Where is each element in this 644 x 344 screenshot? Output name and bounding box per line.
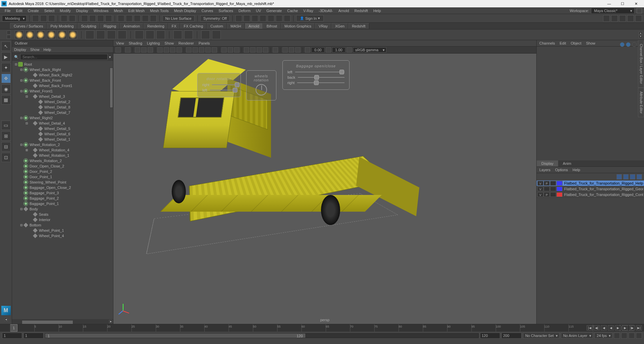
- vp-xray-joints-icon[interactable]: [234, 47, 239, 53]
- tree-item-wheel_detail_8[interactable]: Wheel_Detail_8: [12, 105, 113, 110]
- display-tab-anim[interactable]: Anim: [558, 160, 576, 166]
- range-end-inner[interactable]: [480, 333, 500, 339]
- rp-icon-3[interactable]: [632, 42, 637, 47]
- menu-editmesh[interactable]: Edit Mesh: [125, 9, 147, 13]
- shelf-tab-bifrost[interactable]: Bifrost: [263, 23, 281, 29]
- vp-menu-shading[interactable]: Shading: [129, 41, 142, 45]
- shelf-tab-curvessurfaces[interactable]: Curves / Surfaces: [10, 23, 47, 29]
- vp-gate-mask-icon[interactable]: [176, 47, 182, 53]
- slider-thumb[interactable]: [339, 70, 344, 74]
- menu-generate[interactable]: Generate: [264, 9, 284, 13]
- render-view-icon[interactable]: [284, 15, 290, 22]
- tree-toggle[interactable]: ⊟: [19, 207, 23, 211]
- hud-slider-row[interactable]: left: [202, 88, 236, 92]
- layer-menu-help[interactable]: Help: [573, 168, 580, 172]
- layer-v-toggle[interactable]: V: [537, 187, 543, 191]
- tree-item-body[interactable]: ⊟Body: [12, 206, 113, 212]
- layer-v-toggle[interactable]: V: [537, 192, 543, 197]
- vp-res-gate-icon[interactable]: [170, 47, 175, 53]
- outliner-menu-display[interactable]: Display: [14, 48, 26, 52]
- tree-item-wheel_rotation_2[interactable]: ⊟Wheel_Rotation_2: [12, 142, 113, 147]
- tree-item-wheel_detail_3[interactable]: ⊟Wheel_Detail_3: [12, 94, 113, 99]
- layer-row[interactable]: VPFlatbed_Truck_for_Transportation_Rigge…: [537, 181, 644, 186]
- menu-redshift[interactable]: Redshift: [352, 9, 371, 13]
- layer-v-toggle[interactable]: V: [537, 181, 543, 186]
- ipr-render-icon[interactable]: [252, 15, 258, 22]
- arnold-shader-icon-2[interactable]: [96, 30, 105, 39]
- tree-item-wheel_detail_1[interactable]: Wheel_Detail_1: [12, 137, 113, 142]
- layer-move-up-icon[interactable]: [616, 174, 622, 180]
- step-fwd-button[interactable]: ▶: [622, 325, 628, 331]
- character-set-dropdown[interactable]: No Character Set: [523, 333, 559, 339]
- viewport-3d[interactable]: door rotation right left wheels rotation…: [113, 54, 536, 324]
- arnold-shader-icon-1[interactable]: [86, 30, 94, 39]
- vp-wire-icon[interactable]: [186, 47, 192, 53]
- rp-menu-show[interactable]: Show: [586, 41, 595, 45]
- render-settings-icon[interactable]: [260, 15, 266, 22]
- display-tab-display[interactable]: Display: [537, 160, 558, 166]
- tree-item-wheel_back_front1[interactable]: Wheel_Back_Front1: [12, 83, 113, 88]
- signin-button[interactable]: Sign In ▾: [296, 15, 324, 21]
- vp-menu-view[interactable]: View: [116, 41, 124, 45]
- step-back-key-button[interactable]: ◀|: [594, 325, 600, 331]
- shelf-tab-polymodeling[interactable]: Poly Modeling: [47, 23, 77, 29]
- slider-thumb[interactable]: [235, 82, 239, 87]
- arnold-mesh-light-icon[interactable]: [36, 30, 45, 39]
- shelf-down-arrow[interactable]: ▼: [639, 35, 643, 38]
- shelf-edit-icon[interactable]: [7, 30, 11, 35]
- rp-menu-channels[interactable]: Channels: [539, 41, 555, 45]
- rotation-dial-icon[interactable]: [256, 84, 267, 95]
- redo-icon[interactable]: [69, 15, 75, 22]
- arnold-shader-icon-3[interactable]: [107, 30, 116, 39]
- vp-exposure-icon[interactable]: [273, 47, 278, 53]
- snap-plane-icon[interactable]: [142, 15, 149, 22]
- scroll-right-icon[interactable]: ▶: [109, 320, 112, 323]
- menu-windows[interactable]: Windows: [91, 9, 111, 13]
- menu-vray[interactable]: V-Ray: [301, 9, 316, 13]
- workspace-dropdown[interactable]: Maya Classic*: [591, 8, 635, 14]
- save-scene-icon[interactable]: [48, 15, 55, 22]
- tree-item-wheel_right2[interactable]: ⊟Wheel_Right2: [12, 115, 113, 121]
- tree-toggle[interactable]: ⊟: [25, 95, 29, 98]
- undo-icon[interactable]: [61, 15, 67, 22]
- vp-xray-icon[interactable]: [228, 47, 233, 53]
- range-slider-thumb[interactable]: 1 120: [45, 334, 305, 338]
- module-selector[interactable]: Modeling: [2, 15, 26, 21]
- tree-item-baggage_open_close_2[interactable]: Baggage_Open_Close_2: [12, 185, 113, 190]
- layer-x-toggle[interactable]: [550, 187, 556, 191]
- tree-toggle[interactable]: ⊟: [19, 68, 23, 71]
- tree-scrollbar-v[interactable]: [110, 68, 113, 108]
- vp-lights-icon[interactable]: [205, 47, 211, 53]
- vp-menu-show[interactable]: Show: [165, 41, 174, 45]
- layout-two-icon[interactable]: ⊟: [1, 142, 11, 151]
- layout-four-icon[interactable]: ⊞: [1, 131, 11, 141]
- shelf-tab-mash[interactable]: MASH: [227, 23, 245, 29]
- snap-grid-icon[interactable]: [118, 15, 124, 22]
- paint-select-icon[interactable]: ✦: [1, 63, 11, 72]
- new-scene-icon[interactable]: [32, 15, 39, 22]
- hud-slider-row[interactable]: right: [202, 83, 236, 87]
- vp-view-transform-icon[interactable]: [346, 47, 352, 53]
- vp-grid-icon[interactable]: [157, 47, 163, 53]
- hud-slider[interactable]: [295, 72, 344, 72]
- range-start-inner[interactable]: [23, 333, 44, 339]
- tree-item-wheel_rotation_4[interactable]: ⊞Wheel_Rotation_4: [12, 147, 113, 153]
- menu-surfaces[interactable]: Surfaces: [216, 9, 236, 13]
- hud-slider[interactable]: [298, 77, 344, 78]
- open-scene-icon[interactable]: [40, 15, 47, 22]
- tree-item-baggage_point_2[interactable]: Baggage_Point_2: [12, 196, 113, 201]
- hud-baggage[interactable]: Baggage open/close left back right: [282, 60, 350, 90]
- panel-layout-icon-2[interactable]: [611, 15, 618, 22]
- prefs-icon[interactable]: [629, 333, 635, 339]
- tree-item-wheel_back_right[interactable]: ⊟Wheel_Back_Right: [12, 67, 113, 72]
- hud-slider-row[interactable]: left: [287, 70, 344, 74]
- shelf-tab-fxcaching[interactable]: FX Caching: [180, 23, 207, 29]
- tree-item-wheel_back_right2[interactable]: Wheel_Back_Right2: [12, 72, 113, 78]
- tree-item-interior[interactable]: Interior: [12, 217, 113, 222]
- arnold-light-portal-icon[interactable]: [58, 30, 66, 39]
- vp-multisample-icon[interactable]: [257, 47, 262, 53]
- play-back-button[interactable]: ◀: [608, 325, 614, 331]
- play-fwd-button[interactable]: ▶: [615, 325, 621, 331]
- hud-slider[interactable]: [210, 90, 237, 90]
- shelf-up-arrow[interactable]: ▲: [639, 31, 643, 35]
